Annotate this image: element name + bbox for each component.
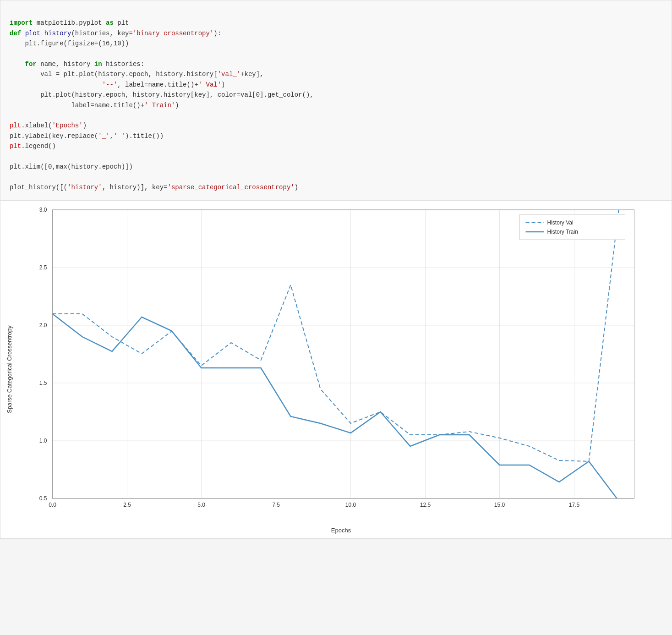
svg-rect-31 [520, 214, 625, 240]
def-keyword: def [10, 30, 21, 37]
default-key-str: 'binary_crossentropy' [133, 30, 213, 37]
function-name: plot_history [25, 30, 71, 37]
dashes-str: '--' [102, 81, 118, 88]
svg-rect-1 [53, 210, 634, 498]
svg-text:10.0: 10.0 [345, 502, 356, 508]
svg-text:12.5: 12.5 [420, 502, 431, 508]
legend-train-label: History Train [547, 229, 578, 235]
history-str: 'history' [67, 184, 102, 191]
svg-text:7.5: 7.5 [272, 502, 280, 508]
legend-val-label: History Val [547, 219, 574, 226]
plt-red-2: plt [10, 142, 21, 150]
svg-text:5.0: 5.0 [197, 502, 205, 508]
epochs-str: 'Epochs' [52, 122, 82, 129]
sparse-cat-str: 'sparse_categorical_crossentropy' [167, 184, 294, 191]
y-axis-label: Sparse Categorical Crossentropy [5, 205, 13, 534]
svg-text:15.0: 15.0 [494, 502, 505, 508]
underscore-str: '_' [98, 132, 109, 140]
svg-text:1.0: 1.0 [39, 438, 47, 444]
svg-text:2.0: 2.0 [39, 322, 47, 328]
in-keyword: in [94, 60, 102, 68]
svg-text:3.0: 3.0 [39, 207, 47, 213]
val-prefix-str: 'val_' [218, 71, 240, 78]
svg-text:2.5: 2.5 [39, 264, 47, 271]
svg-text:2.5: 2.5 [123, 502, 131, 508]
code-block: import matplotlib.pyplot as plt def plot… [0, 0, 672, 200]
chart-svg: 0.5 1.0 1.5 2.0 2.5 3.0 [15, 205, 667, 526]
svg-text:0.0: 0.0 [49, 502, 56, 508]
plt-red-1: plt [10, 122, 21, 129]
space-str: ' ' [114, 132, 125, 140]
as-keyword: as [106, 19, 114, 27]
svg-text:1.5: 1.5 [39, 380, 47, 386]
axes-container: 0.5 1.0 1.5 2.0 2.5 3.0 [15, 205, 667, 526]
plot-container: Sparse Categorical Crossentropy [0, 200, 672, 539]
svg-text:17.5: 17.5 [569, 502, 580, 508]
import-keyword: import [10, 19, 33, 27]
for-keyword: for [25, 60, 37, 68]
train-suffix-str: ' Train' [144, 102, 175, 109]
chart-area: 0.5 1.0 1.5 2.0 2.5 3.0 [15, 205, 667, 534]
svg-text:0.5: 0.5 [39, 495, 47, 502]
val-suffix-str: ' Val' [198, 81, 221, 88]
x-axis-label: Epochs [15, 527, 667, 534]
